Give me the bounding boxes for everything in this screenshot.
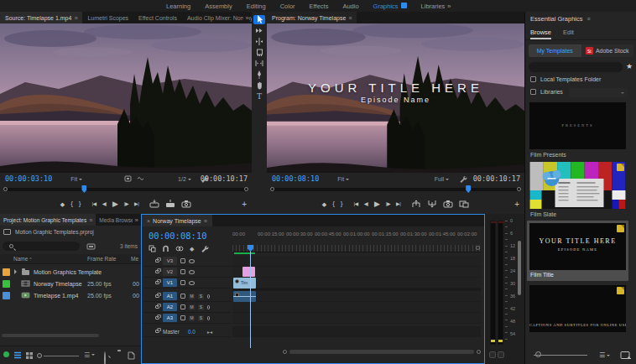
slip-tool[interactable]	[253, 59, 265, 68]
step-back-button[interactable]: ◀|	[364, 201, 368, 206]
type-tool[interactable]: T	[253, 91, 265, 101]
sync-lock-icon[interactable]	[180, 315, 185, 320]
go-to-out-button[interactable]: ▶|	[396, 201, 400, 206]
track-target-v1[interactable]: V1	[163, 278, 177, 287]
column-media[interactable]: Me	[131, 256, 138, 262]
go-to-out-button[interactable]: ▶|	[134, 201, 138, 206]
panel-menu-icon[interactable]: ≡	[348, 15, 352, 21]
vertical-scrollbar-thumb[interactable]	[518, 241, 521, 295]
thumbnail-size-track[interactable]	[534, 355, 587, 356]
play-button[interactable]: ▶	[374, 200, 380, 208]
source-scrubber[interactable]	[3, 185, 248, 194]
eg-search-input[interactable]	[540, 65, 616, 70]
favorites-star-icon[interactable]: ★	[626, 62, 633, 70]
program-playhead[interactable]	[466, 185, 471, 193]
mark-in-button[interactable]: {	[70, 200, 73, 207]
expand-bin-icon[interactable]	[14, 269, 19, 274]
hand-tool[interactable]	[253, 81, 265, 90]
tab-overflow-icon[interactable]: »	[243, 12, 249, 23]
lane-a3[interactable]	[232, 313, 481, 324]
fit-track-height-icon[interactable]: ▸◂	[207, 329, 212, 335]
mark-out-button[interactable]: }	[341, 200, 343, 207]
workspace-tab-audio[interactable]: Audio	[342, 3, 358, 10]
find-icon[interactable]	[104, 351, 106, 364]
lift-button[interactable]	[411, 200, 421, 208]
local-templates-checkbox[interactable]	[530, 76, 536, 82]
workspace-tab-effects[interactable]: Effects	[310, 3, 329, 10]
program-timecode[interactable]: 00:00:08:10	[272, 174, 319, 183]
track-header-master[interactable]: Master 0.0 ▸◂	[143, 326, 231, 337]
mute-button[interactable]: M	[189, 304, 195, 310]
meter-solo-left-button[interactable]	[489, 351, 496, 358]
template-film-slate-thumb[interactable]	[529, 162, 626, 209]
lane-v3[interactable]	[232, 256, 481, 267]
workspace-tab-learning[interactable]: Learning	[166, 3, 190, 10]
comparison-view-button[interactable]	[459, 200, 469, 208]
label-color-chip[interactable]	[3, 268, 10, 276]
item-name[interactable]: Norway Timelapse	[34, 281, 82, 287]
icon-view-button[interactable]	[25, 351, 34, 359]
timeline-timecode[interactable]: 00:00:08:10	[149, 231, 207, 241]
zoom-handle-left[interactable]	[270, 187, 274, 191]
sync-lock-icon[interactable]	[180, 294, 185, 299]
panel-menu-icon[interactable]: ≡	[74, 15, 77, 21]
source-resolution-select[interactable]: 1/2	[178, 176, 191, 182]
sort-order-icon[interactable]: ☰	[599, 351, 610, 359]
mark-out-button[interactable]: }	[79, 200, 81, 207]
mark-in-button[interactable]: {	[332, 200, 335, 207]
tab-edit[interactable]: Edit	[563, 29, 574, 39]
track-select-tool[interactable]	[253, 26, 265, 35]
audio-clip-timelapse[interactable]	[233, 291, 256, 302]
template-film-title-thumb[interactable]: YOUR TITLE HERE EPISODE NAME	[529, 223, 626, 270]
voiceover-mic-icon[interactable]	[207, 305, 210, 309]
install-mogrt-icon[interactable]	[620, 351, 631, 360]
solo-button[interactable]: S	[198, 315, 204, 321]
zoom-handle-right[interactable]	[244, 187, 248, 191]
template-film-title-item-selected[interactable]: YOUR TITLE HERE EPISODE NAME Film Title	[527, 221, 628, 281]
settings-wrench-icon[interactable]	[458, 174, 467, 184]
track-target-a2[interactable]: A2	[163, 303, 177, 311]
scrollbar-zoom-handle-left[interactable]	[283, 350, 287, 354]
go-to-in-button[interactable]: |◀	[92, 201, 96, 206]
libraries-checkbox[interactable]	[530, 89, 536, 95]
graphic-clip-film-title[interactable]	[242, 267, 255, 277]
item-name[interactable]: Motion Graphics Template	[34, 269, 102, 275]
tab-source-clip[interactable]: Source: Timelapse 1.mp4≡	[0, 12, 82, 23]
program-resolution-select[interactable]: Full	[435, 176, 449, 182]
meter-solo-right-button[interactable]	[498, 351, 504, 358]
source-playhead[interactable]	[81, 185, 86, 193]
voiceover-mic-icon[interactable]	[207, 294, 210, 299]
sync-lock-icon[interactable]	[180, 280, 185, 285]
timeline-ruler[interactable]	[232, 245, 481, 252]
workspace-tab-graphics[interactable]: Graphics	[373, 3, 407, 10]
lock-icon[interactable]	[155, 316, 159, 320]
lock-icon[interactable]	[155, 294, 159, 298]
step-forward-button[interactable]: |▶	[386, 201, 390, 206]
sync-lock-icon[interactable]	[180, 258, 185, 263]
panel-menu-icon[interactable]: ≡	[204, 218, 207, 224]
scrubber-track[interactable]	[3, 188, 248, 191]
tab-program-sequence[interactable]: Program: Norway Timelapse≡	[267, 12, 357, 23]
zoom-handle-right[interactable]	[517, 187, 521, 191]
project-search-input[interactable]	[14, 242, 76, 248]
lock-icon[interactable]	[155, 281, 159, 284]
add-marker-button[interactable]: ◆	[322, 201, 326, 207]
insert-button[interactable]	[149, 200, 159, 208]
sort-icon[interactable]: ☰	[84, 351, 95, 359]
project-search-field[interactable]	[3, 242, 80, 251]
video-clip-timelapse[interactable]: Tim	[233, 278, 256, 289]
tab-sequence-norway-timelapse[interactable]: × Norway Timelapse ≡	[142, 215, 212, 226]
workspace-overflow-icon[interactable]: »	[447, 3, 451, 10]
voiceover-mic-icon[interactable]	[207, 316, 210, 320]
project-row-bin[interactable]: Motion Graphics Template	[0, 266, 141, 278]
mute-button[interactable]: M	[189, 315, 195, 321]
track-header-v3[interactable]: V3	[143, 256, 231, 267]
lock-icon[interactable]	[155, 259, 159, 263]
zoom-slider-track[interactable]	[44, 356, 79, 356]
tab-browse[interactable]: Browse	[530, 29, 551, 39]
ruler-zoom-handle[interactable]	[476, 246, 480, 250]
panel-menu-icon[interactable]: ≡	[587, 16, 591, 22]
workspace-tab-libraries[interactable]: Libraries	[421, 3, 446, 10]
my-templates-button[interactable]: My Templates	[529, 44, 581, 57]
lane-v2[interactable]	[232, 267, 481, 278]
